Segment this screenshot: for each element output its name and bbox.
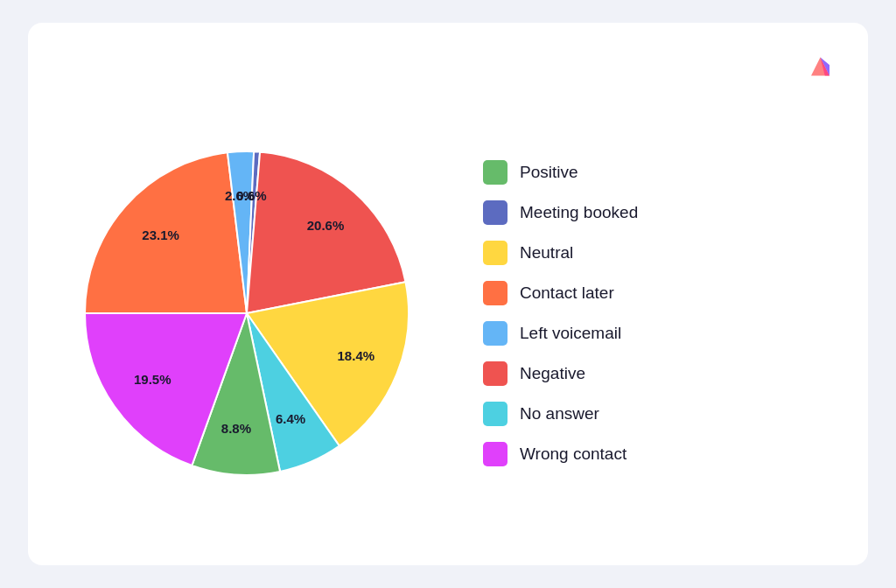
legend-label: Contact later — [520, 284, 614, 303]
legend-item: Contact later — [483, 281, 833, 305]
legend-label: Positive — [520, 163, 578, 182]
pie-chart: 23.1%2.6%0.6%20.6%18.4%6.4%8.8%19.5% — [63, 130, 430, 497]
legend-label: Left voicemail — [520, 324, 621, 343]
pie-svg — [63, 130, 430, 497]
card: 23.1%2.6%0.6%20.6%18.4%6.4%8.8%19.5% Pos… — [28, 23, 868, 565]
legend: PositiveMeeting bookedNeutralContact lat… — [466, 160, 833, 466]
legend-swatch — [483, 200, 508, 225]
legend-swatch — [483, 281, 508, 305]
legend-item: Neutral — [483, 241, 833, 265]
legend-item: Positive — [483, 160, 833, 185]
legend-label: No answer — [520, 404, 599, 424]
legend-swatch — [483, 442, 508, 466]
legend-label: Wrong contact — [520, 444, 626, 464]
legend-swatch — [483, 402, 508, 426]
legend-swatch — [483, 361, 508, 386]
legend-swatch — [483, 160, 508, 185]
legend-item: Negative — [483, 361, 833, 386]
legend-item: No answer — [483, 402, 833, 426]
header — [63, 54, 833, 79]
legend-label: Negative — [520, 364, 585, 383]
logo — [805, 54, 833, 79]
slice-contact-later — [85, 152, 247, 313]
legend-item: Left voicemail — [483, 321, 833, 346]
logo-icon — [805, 54, 830, 79]
legend-item: Meeting booked — [483, 200, 833, 225]
legend-item: Wrong contact — [483, 442, 833, 466]
legend-label: Neutral — [520, 243, 573, 262]
legend-label: Meeting booked — [520, 203, 638, 222]
content-area: 23.1%2.6%0.6%20.6%18.4%6.4%8.8%19.5% Pos… — [63, 88, 833, 539]
legend-swatch — [483, 321, 508, 346]
legend-swatch — [483, 241, 508, 265]
